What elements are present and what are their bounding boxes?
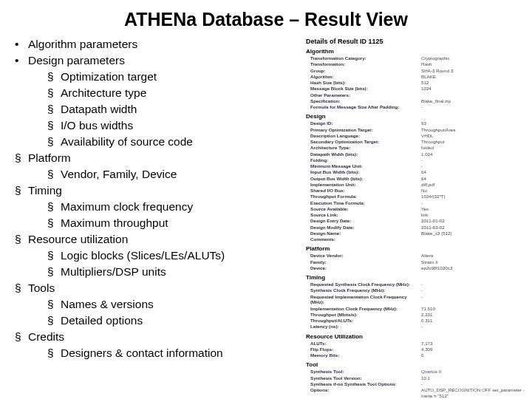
kv-value: 10.1 (421, 375, 528, 381)
kv-value: 512 (421, 80, 454, 86)
outline-item: Design parametersOptimization targetArch… (15, 52, 303, 150)
outline-list: Algorithm parametersDesign parametersOpt… (15, 36, 303, 361)
kv-key: Requested Synthesis Clock Frequency (MHz… (306, 282, 421, 287)
outline-label: Credits (28, 330, 64, 343)
kv-value: 1024 (421, 86, 454, 92)
kv-key: Requested Implementation Clock Frequency… (306, 294, 421, 306)
kv-key: Latency (ns): (306, 324, 421, 330)
table-row: Latency (ns):- (306, 324, 437, 330)
kv-value: AUTO_DSP_RECOGNITION OFF set_parameter -… (421, 387, 528, 399)
kv-key: Formula for Message Size After Padding: (306, 104, 421, 110)
kv-key: Throughput Formula: (306, 194, 421, 200)
table-row: Requested Implementation Clock Frequency… (306, 294, 437, 306)
details-table: Device Vendor:AlteraFamily:Stratix IIDev… (306, 253, 454, 271)
outline-subitem: Logic blocks (Slices/LEs/ALUTs) (47, 248, 303, 264)
kv-key: Source Available: (306, 206, 421, 212)
kv-key: Secondary Optimization Target: (306, 139, 421, 145)
outline-subitem: Maximum throughput (47, 215, 303, 231)
outline-subitem: Datapath width (47, 101, 303, 117)
table-row: Group:SHA-3 Round 3 (306, 68, 454, 74)
table-row: Device Vendor:Altera (306, 253, 454, 259)
table-row: Output Bus Width (bits):64 (306, 176, 457, 182)
details-section-header: Algorithm (306, 48, 528, 55)
table-row: Formula for Message Size After Padding:- (306, 104, 454, 110)
table-row: Throughput Formula:1024/(32*T) (306, 194, 457, 200)
kv-key: Synthesis Tool: (306, 369, 421, 375)
table-row: Requested Synthesis Clock Frequency (MHz… (306, 282, 437, 287)
kv-value: VHDL (421, 133, 457, 139)
kv-value: 7,173 (421, 341, 434, 347)
kv-key: Hash Size (bits): (306, 80, 421, 86)
details-table: ALUTs:7,173Flip Flops:4,309Memory Bits:0 (306, 341, 434, 359)
details-section-header: Design (306, 113, 528, 120)
kv-value: folded (421, 145, 457, 151)
kv-value: SHA-3 Round 3 (421, 68, 454, 74)
kv-value: 64 (421, 176, 457, 182)
kv-key: Memory Bits: (306, 352, 421, 358)
outline-item: Algorithm parameters (15, 36, 303, 52)
table-row: Flip Flops:4,309 (306, 347, 434, 352)
table-row: Design Name:Blake_x2 (512) (306, 231, 457, 236)
details-table: Requested Synthesis Clock Frequency (MHz… (306, 282, 437, 330)
details-header: Details of Result ID 1125 (306, 38, 528, 45)
outline-subitem: I/O bus widths (47, 117, 303, 134)
content-row: Algorithm parametersDesign parametersOpt… (0, 36, 532, 399)
kv-value: ep2s90f1020c3 (421, 265, 454, 271)
outline-subitem: Optimization target (47, 69, 303, 85)
kv-key: Group: (306, 68, 421, 74)
kv-value: - (421, 200, 457, 206)
table-row: Transformation Category:Cryptographic (306, 55, 454, 61)
outline-item: Resource utilizationLogic blocks (Slices… (15, 231, 303, 280)
kv-value: link (421, 212, 457, 218)
table-row: Message Block Size (bits):1024 (306, 86, 454, 92)
kv-key: Transformation Category: (306, 55, 421, 61)
table-row: Architecture Type:folded (306, 145, 457, 151)
details-section-header: Timing (306, 274, 528, 281)
kv-key: Algorithm: (306, 74, 421, 80)
kv-value: Quartus II (421, 369, 528, 375)
kv-value (421, 92, 454, 98)
kv-value: 0 (421, 352, 434, 358)
kv-key: Device: (306, 265, 421, 271)
slide-title: ATHENa Database – Result View (0, 0, 532, 36)
table-row: Other Parameters: (306, 92, 454, 98)
table-row: Minimum Message Unit:- (306, 163, 457, 169)
kv-key: Throughput (Mbits/s): (306, 312, 421, 318)
kv-key: Design ID: (306, 120, 421, 126)
kv-value: 1024/(32*T) (421, 194, 457, 200)
kv-value: 1,024 (421, 151, 457, 157)
outline-label: Algorithm parameters (28, 38, 137, 50)
kv-value: Hash (421, 61, 454, 67)
table-row: Specification:Blake_final.zip (306, 98, 454, 104)
table-row: Implementation Clock Frequency (MHz):71.… (306, 306, 437, 312)
outline-subitem: Maximum clock frequency (47, 199, 303, 215)
table-row: Design Entry Date:2011-01-02 (306, 218, 457, 224)
kv-key: Implementation Clock Frequency (MHz): (306, 306, 421, 312)
details-panel: Details of Result ID 1125 AlgorithmTrans… (303, 36, 528, 399)
kv-key: Folding: (306, 157, 421, 163)
table-row: Description Language:VHDL (306, 133, 457, 139)
table-row: Design ID:93 (306, 120, 457, 126)
table-row: Secondary Optimization Target:Throughput (306, 139, 457, 145)
kv-value: 71.510 (421, 306, 437, 312)
outline-item: PlatformVendor, Family, Device (15, 150, 303, 183)
kv-key: Synthesis if-no Synthesis Tool Options: (306, 381, 421, 387)
kv-key: Architecture Type: (306, 145, 421, 151)
table-row: Hash Size (bits):512 (306, 80, 454, 86)
kv-value: diff.pdf (421, 182, 457, 188)
outline-label: Resource utilization (28, 233, 128, 245)
table-row: ALUTs:7,173 (306, 341, 434, 347)
kv-key: Throughput/ALUTs: (306, 318, 421, 324)
kv-value: No (421, 188, 457, 194)
outline-item: TimingMaximum clock frequencyMaximum thr… (15, 183, 303, 231)
kv-key: Message Block Size (bits): (306, 86, 421, 92)
kv-key: Family: (306, 259, 421, 265)
kv-key: Design Name: (306, 231, 421, 236)
kv-key: ALUTs: (306, 341, 421, 347)
kv-key: Datapath Width (bits): (306, 151, 421, 157)
kv-key: Implementation Unit: (306, 182, 421, 188)
outline-sublist: Names & versionsDetailed options (28, 296, 303, 329)
kv-value: - (421, 104, 454, 110)
table-row: Primary Optimization Target:Throughput/A… (306, 127, 457, 133)
kv-key: Primary Optimization Target: (306, 127, 421, 133)
